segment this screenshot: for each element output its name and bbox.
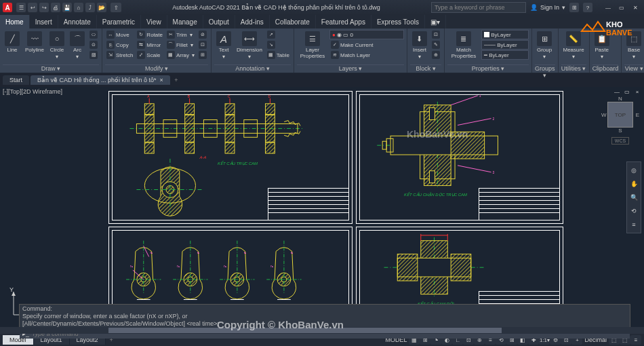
copy-button[interactable]: ⎘Copy <box>105 40 134 50</box>
tab-view[interactable]: View <box>141 15 167 28</box>
block-s1[interactable]: ⊡ <box>430 30 441 39</box>
polyline-button[interactable]: 〰Polyline <box>23 30 46 54</box>
insert-button[interactable]: ⬇Insert▾ <box>410 30 429 61</box>
draw-small-3[interactable]: ▨ <box>88 50 99 60</box>
panel-groups-label[interactable]: Groups ▾ <box>535 64 555 73</box>
group-button[interactable]: ⊞Group▾ <box>535 30 554 61</box>
match-prop-button[interactable]: ≣Match Properties <box>447 30 480 60</box>
tab-insert[interactable]: Insert <box>30 15 58 28</box>
mirror-button[interactable]: ⇋Mirror <box>136 40 164 50</box>
qat-open[interactable]: 📂 <box>97 3 106 12</box>
leader2-button[interactable]: ↘ <box>266 40 291 50</box>
panel-annotation-label[interactable]: Annotation ▾ <box>214 64 291 73</box>
block-s2[interactable]: ✎ <box>430 40 441 50</box>
app-logo[interactable]: A <box>3 3 12 12</box>
make-current-button[interactable]: ✓Make Current <box>329 40 404 50</box>
doc-tab-start[interactable]: Start <box>3 75 29 85</box>
nav-wheel[interactable]: ◎ <box>628 165 639 176</box>
vp-close[interactable]: × <box>633 88 641 95</box>
panel-draw-label[interactable]: Draw ▾ <box>3 64 99 73</box>
tab-output[interactable]: Output <box>203 15 235 28</box>
add-doc-tab[interactable]: + <box>172 75 181 85</box>
minimize-button[interactable]: — <box>602 3 614 12</box>
qat-undo[interactable]: ↩ <box>28 3 37 12</box>
array-button[interactable]: ▦Array▾ <box>165 50 196 60</box>
panel-layers-label[interactable]: Layers ▾ <box>297 64 404 73</box>
nav-orbit[interactable]: ⟲ <box>628 206 639 216</box>
qat-redo[interactable]: ↪ <box>39 3 49 12</box>
tab-featured[interactable]: Featured Apps <box>316 15 371 28</box>
nav-zoom[interactable]: 🔍 <box>628 192 639 203</box>
drawing-canvas[interactable]: A B C D A-A KẾT CẤU TRỤC CAM <box>108 91 617 328</box>
tab-expand[interactable]: ▣▾ <box>425 15 446 28</box>
scale-button[interactable]: ⤢Scale <box>136 50 164 60</box>
draw-small-1[interactable]: ⬭ <box>88 30 99 39</box>
trim-button[interactable]: ✂Trim▾ <box>165 30 196 39</box>
vp-max[interactable]: ▭ <box>623 88 631 95</box>
stretch-button[interactable]: ⇲Stretch <box>105 50 134 60</box>
qat-save[interactable]: 💾 <box>62 3 72 12</box>
tab-addins[interactable]: Add-ins <box>235 15 270 28</box>
horizontal-scrollbar[interactable] <box>0 327 644 334</box>
panel-block-label[interactable]: Block ▾ <box>410 64 441 73</box>
social-icon[interactable]: ⊞ <box>569 3 579 12</box>
text-button[interactable]: AText▾ <box>214 30 233 61</box>
block-s3[interactable]: ⊕ <box>430 50 441 60</box>
modify-ex-2[interactable]: ⊡ <box>197 40 208 50</box>
maximize-button[interactable]: ▭ <box>616 3 628 12</box>
svg-text:r₂: r₂ <box>291 251 294 254</box>
move-button[interactable]: ↔Move <box>105 30 134 39</box>
color-dropdown[interactable]: ByLayer <box>481 30 529 39</box>
sign-in[interactable]: 👤 Sign In ▾ <box>530 4 565 11</box>
svg-rect-17 <box>225 115 235 142</box>
svg-rect-91 <box>451 254 471 280</box>
panel-utilities-label[interactable]: Utilities ▾ <box>561 64 586 73</box>
viewport-label[interactable]: [-][Top][2D Wireframe] <box>3 88 62 95</box>
panel-clipboard-label[interactable]: Clipboard <box>592 64 619 73</box>
share-button[interactable]: ⇪ <box>110 3 121 12</box>
qat-home[interactable]: ⌂ <box>74 3 83 12</box>
modify-ex-3[interactable]: ⊞ <box>197 50 208 60</box>
modify-ex-1[interactable]: ⊘ <box>197 30 208 39</box>
layer-prop-button[interactable]: ☰Layer Properties <box>297 30 328 60</box>
tab-annotate[interactable]: Annotate <box>58 15 97 28</box>
leader-button[interactable]: ↗ <box>266 30 291 39</box>
search-input[interactable]: Type a keyword or phrase <box>431 2 526 13</box>
qat-export[interactable]: ⤴ <box>85 3 95 12</box>
sb-custom[interactable]: ≡ <box>630 335 641 345</box>
tab-manage[interactable]: Manage <box>167 15 203 28</box>
tab-parametric[interactable]: Parametric <box>97 15 141 28</box>
viewcube-e[interactable]: E <box>636 112 639 118</box>
arc-button[interactable]: ⌒Arc▾ <box>68 30 87 61</box>
linetype-dropdown[interactable]: ─── ByLayer <box>481 40 529 50</box>
layer-dropdown[interactable]: ● ◉ ▭ 0 <box>329 30 404 39</box>
dimension-button[interactable]: ⟷Dimension▾ <box>235 30 264 61</box>
qat-menu[interactable]: ☰ <box>16 3 26 12</box>
fillet-button[interactable]: ⌒Fillet▾ <box>165 40 196 50</box>
circle-button[interactable]: ○Circle▾ <box>47 30 66 61</box>
tab-express[interactable]: Express Tools <box>371 15 425 28</box>
line-button[interactable]: ╱Line <box>3 30 22 54</box>
help-icon[interactable]: ? <box>583 3 592 12</box>
close-button[interactable]: ✕ <box>629 3 641 12</box>
scale-icon: ⤢ <box>137 51 145 59</box>
match-layer-button[interactable]: ≋Match Layer <box>329 50 404 60</box>
lineweight-dropdown[interactable]: ━ ByLayer <box>481 50 529 60</box>
panel-annotation: AText▾ ⟷Dimension▾ ↗ ↘ ▦Table Annotation… <box>212 28 294 73</box>
draw-small-2[interactable]: ⊙ <box>88 40 99 50</box>
nav-show[interactable]: ≡ <box>628 219 639 230</box>
rotate-button[interactable]: ↻Rotate <box>136 30 164 39</box>
panel-view-label[interactable]: View ▾ <box>624 64 643 73</box>
copy-icon: ⎘ <box>106 41 115 49</box>
viewcube-s[interactable]: S <box>618 128 622 134</box>
table-button[interactable]: ▦Table <box>266 50 291 60</box>
tab-collaborate[interactable]: Collaborate <box>270 15 316 28</box>
nav-pan[interactable]: ✋ <box>628 178 639 189</box>
qat-print[interactable]: 🖨 <box>51 3 60 12</box>
tab-home[interactable]: Home <box>0 15 30 28</box>
doc-tab-file[interactable]: Bản vẽ CAD Hê thống ... phối khí trên ô … <box>31 75 170 85</box>
panel-modify-label[interactable]: Modify ▾ <box>105 64 208 73</box>
viewport[interactable]: [-][Top][2D Wireframe] — ▭ × TOP N S E W… <box>0 87 644 334</box>
viewcube-n[interactable]: N <box>618 96 622 102</box>
panel-properties-label[interactable]: Properties ▾ <box>447 64 529 73</box>
